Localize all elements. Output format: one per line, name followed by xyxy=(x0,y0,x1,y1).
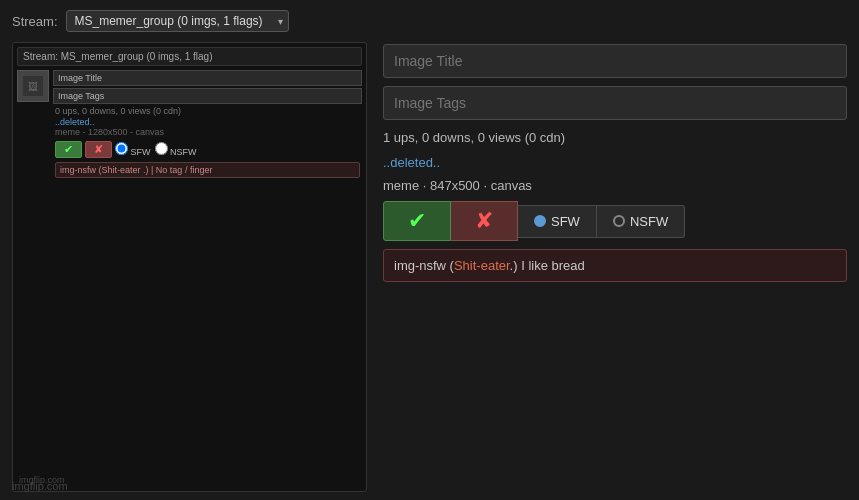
mini-sfw-label[interactable]: SFW xyxy=(115,142,151,157)
mini-image-row: 🖼 Image Title Image Tags 0 ups, 0 downs,… xyxy=(17,70,362,178)
mini-tags-placeholder: Image Tags xyxy=(58,91,104,101)
reject-button[interactable]: ✘ xyxy=(451,201,518,241)
image-title-input[interactable] xyxy=(383,44,847,78)
mini-title-placeholder: Image Title xyxy=(58,73,102,83)
flag-suffix: .) I like bread xyxy=(510,258,585,273)
spacer xyxy=(383,290,847,492)
stream-label: Stream: xyxy=(12,14,58,29)
footer-label: imgflip.com xyxy=(12,480,68,492)
mini-sfw-radio[interactable] xyxy=(115,142,128,155)
action-buttons-row: ✔ ✘ SFW NSFW xyxy=(383,201,847,241)
nsfw-label: NSFW xyxy=(630,214,668,229)
stats-row: 1 ups, 0 downs, 0 views (0 cdn) xyxy=(383,128,847,147)
deleted-link[interactable]: ..deleted.. xyxy=(383,155,440,170)
mini-title-bar: Image Title xyxy=(53,70,362,86)
image-placeholder-icon: 🖼 xyxy=(23,76,43,96)
flag-prefix: img-nsfw ( xyxy=(394,258,454,273)
nsfw-radio-dot xyxy=(613,215,625,227)
mini-deleted: ..deleted.. xyxy=(53,117,362,127)
mini-info: 0 ups, 0 downs, 0 views (0 cdn) xyxy=(53,106,362,116)
mini-thumbnail: 🖼 xyxy=(17,70,49,102)
imgflip-footer: imgflip.com xyxy=(12,480,68,492)
flag-box: img-nsfw (Shit-eater.) I like bread xyxy=(383,249,847,282)
meta-text: meme · 847x500 · canvas xyxy=(383,178,532,193)
reject-x-icon: ✘ xyxy=(475,208,493,233)
deleted-row: ..deleted.. xyxy=(383,155,847,170)
mini-meta-block: Image Title Image Tags 0 ups, 0 downs, 0… xyxy=(53,70,362,178)
mini-stream-label: Stream: MS_memer_group (0 imgs, 1 flag) xyxy=(23,51,213,62)
main-layout: Stream: MS_memer_group (0 imgs, 1 flag) … xyxy=(0,42,859,492)
mini-reject-button[interactable]: ✘ xyxy=(85,141,112,158)
approve-button[interactable]: ✔ xyxy=(383,201,451,241)
stream-dropdown[interactable]: MS_memer_group (0 imgs, 1 flags) xyxy=(66,10,289,32)
mini-approve-button[interactable]: ✔ xyxy=(55,141,82,158)
mini-flag-text: img-nsfw (Shit-eater .) | No tag / finge… xyxy=(60,165,212,175)
stats-text: 1 ups, 0 downs, 0 views (0 cdn) xyxy=(383,130,565,145)
sfw-label: SFW xyxy=(551,214,580,229)
mini-dims: meme - 1280x500 - canvas xyxy=(53,127,362,137)
svg-text:🖼: 🖼 xyxy=(28,81,38,92)
mini-radio-group: SFW NSFW xyxy=(115,142,197,157)
mini-nsfw-radio[interactable] xyxy=(155,142,168,155)
image-tags-input[interactable] xyxy=(383,86,847,120)
right-panel: 1 ups, 0 downs, 0 views (0 cdn) ..delete… xyxy=(383,42,847,492)
left-panel: Stream: MS_memer_group (0 imgs, 1 flag) … xyxy=(12,42,367,492)
mini-buttons: ✔ ✘ SFW NSFW xyxy=(53,141,362,158)
sfw-option[interactable]: SFW xyxy=(518,205,597,238)
flag-user-link[interactable]: Shit-eater xyxy=(454,258,510,273)
header-row: Stream: MS_memer_group (0 imgs, 1 flags)… xyxy=(0,0,859,42)
nsfw-option[interactable]: NSFW xyxy=(597,205,685,238)
meta-row: meme · 847x500 · canvas xyxy=(383,178,847,193)
mini-tags-bar: Image Tags xyxy=(53,88,362,104)
approve-checkmark-icon: ✔ xyxy=(408,208,426,233)
preview-inner: Stream: MS_memer_group (0 imgs, 1 flag) … xyxy=(13,43,366,188)
mini-flag-box: img-nsfw (Shit-eater .) | No tag / finge… xyxy=(55,162,360,178)
mini-stream-bar: Stream: MS_memer_group (0 imgs, 1 flag) xyxy=(17,47,362,66)
sfw-radio-dot xyxy=(534,215,546,227)
flag-user: Shit-eater xyxy=(454,258,510,273)
stream-dropdown-wrap[interactable]: MS_memer_group (0 imgs, 1 flags) ▾ xyxy=(66,10,289,32)
mini-nsfw-label[interactable]: NSFW xyxy=(155,142,197,157)
